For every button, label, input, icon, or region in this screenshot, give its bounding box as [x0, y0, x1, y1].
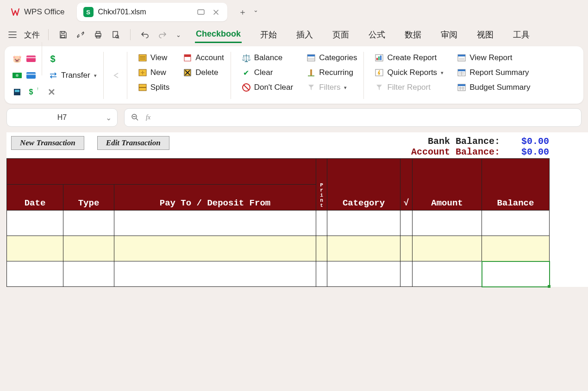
tab-start[interactable]: 开始: [259, 26, 278, 43]
delete-button[interactable]: Delete: [181, 67, 225, 79]
account-balance-label: Account Balance:: [411, 147, 500, 157]
ribbon-group-misc: 🐷 $ Transfer $↑ ✕: [11, 52, 104, 99]
more-dropdown-icon[interactable]: ⌄: [174, 30, 183, 40]
account-button[interactable]: Account: [181, 52, 225, 64]
card-pink-icon[interactable]: [26, 54, 36, 64]
document-filename: Chkxl701.xlsm: [98, 8, 191, 16]
preview-icon[interactable]: [110, 29, 122, 41]
balance-icon: ⚖️: [241, 53, 251, 63]
svg-rect-23: [310, 69, 312, 76]
new-transaction-button[interactable]: New Transaction: [11, 136, 84, 150]
piggybank-icon[interactable]: 🐷: [12, 54, 22, 64]
tab-insert[interactable]: 插入: [295, 26, 314, 43]
table-row[interactable]: [7, 236, 550, 261]
splits-button[interactable]: Splits: [136, 81, 172, 93]
new-tab-button[interactable]: ＋: [238, 6, 247, 18]
header-check: √: [400, 159, 413, 211]
print-icon[interactable]: [92, 29, 104, 41]
tab-checkbook[interactable]: Checkbook: [195, 26, 242, 43]
budget-summary-button[interactable]: Budget Summary: [455, 81, 532, 93]
create-report-button[interactable]: Create Report: [372, 52, 445, 64]
dollar-up-icon[interactable]: $↑: [26, 87, 36, 97]
clear-icon: ✔: [241, 68, 251, 78]
tab-data[interactable]: 数据: [404, 26, 422, 43]
new-button[interactable]: New: [136, 67, 172, 79]
svg-rect-34: [458, 84, 465, 86]
cash-icon[interactable]: [12, 70, 22, 81]
summary-icon: [457, 68, 467, 78]
svg-rect-4: [113, 31, 118, 37]
quick-icon: [374, 68, 384, 78]
file-menu[interactable]: 文件: [24, 30, 40, 40]
ribbon-group-reports: Create Report Quick Reports Filter Repor…: [368, 52, 537, 99]
svg-rect-10: [26, 72, 36, 79]
table-row[interactable]: [7, 211, 550, 236]
tab-dropdown-icon[interactable]: ⌄: [253, 6, 258, 18]
dontclear-button[interactable]: Don't Clear: [239, 81, 295, 93]
app-tab[interactable]: WPS Office: [4, 4, 71, 20]
filters-button[interactable]: Filters: [304, 81, 359, 93]
view-report-button[interactable]: View Report: [455, 52, 532, 64]
card-blue-icon[interactable]: [26, 70, 36, 81]
hamburger-icon[interactable]: [6, 30, 19, 40]
svg-rect-13: [15, 90, 19, 92]
ribbon-group-transaction: View New Splits Account Delete: [131, 52, 231, 99]
nav-back-icon[interactable]: [112, 70, 122, 81]
new-tab-controls: ＋ ⌄: [238, 6, 258, 18]
recurring-button[interactable]: Recurring: [304, 67, 359, 79]
budget-icon: [457, 82, 467, 93]
close-x-icon[interactable]: ✕: [46, 87, 56, 97]
ribbon-group-balance: ⚖️Balance ✔Clear Don't Clear Categories …: [235, 52, 364, 99]
spreadsheet-area: New Transaction Edit Transaction Bank Ba…: [6, 132, 588, 287]
fx-label: fx: [146, 114, 150, 121]
tab-close-icon[interactable]: [211, 8, 221, 16]
clear-button[interactable]: ✔Clear: [239, 67, 295, 79]
svg-rect-2: [96, 31, 100, 33]
namebox-dropdown-icon[interactable]: ⌄: [106, 113, 112, 122]
redo-icon[interactable]: [156, 29, 169, 40]
header-payto: Pay To / Deposit From: [114, 185, 316, 211]
cell-reference: H7: [57, 113, 67, 122]
filter-icon: [306, 82, 316, 93]
selected-cell[interactable]: [482, 261, 550, 287]
dontclear-icon: [241, 82, 251, 93]
formula-input[interactable]: fx: [124, 108, 582, 127]
tab-window-icon[interactable]: [195, 8, 206, 16]
tab-formula[interactable]: 公式: [368, 26, 386, 43]
view-button[interactable]: View: [136, 52, 172, 64]
dollar-icon[interactable]: $: [48, 54, 58, 64]
spreadsheet-icon: S: [83, 7, 94, 17]
tab-tools[interactable]: 工具: [512, 26, 531, 43]
undo-icon[interactable]: [139, 29, 151, 40]
transfer-icon: [48, 70, 58, 81]
save-icon[interactable]: [57, 29, 69, 41]
report-summary-button[interactable]: Report Summary: [455, 67, 532, 79]
document-tab[interactable]: S Chkxl701.xlsm: [77, 3, 227, 21]
svg-rect-32: [458, 69, 465, 71]
categories-button[interactable]: Categories: [304, 52, 359, 64]
quick-reports-button[interactable]: Quick Reports: [372, 67, 445, 79]
menubar: 文件 ⌄ Checkbook 开始 插入 页面 公式 数据 审阅 视图 工具: [0, 24, 588, 45]
transfer-button[interactable]: Transfer: [46, 69, 99, 81]
ribbon-group-nav: [107, 52, 127, 99]
filter-report-button[interactable]: Filter Report: [372, 81, 445, 93]
report-icon: [457, 53, 467, 63]
edit-transaction-button[interactable]: Edit Transaction: [97, 136, 169, 150]
svg-rect-30: [458, 55, 465, 56]
header-amount: Amount: [413, 159, 482, 211]
zoom-out-icon[interactable]: [131, 113, 139, 122]
transfer-label: Transfer: [61, 71, 90, 80]
atm-icon[interactable]: [12, 87, 22, 97]
link-icon[interactable]: [75, 29, 87, 41]
tab-page[interactable]: 页面: [332, 26, 350, 43]
svg-point-9: [16, 74, 19, 77]
new-icon: [138, 68, 148, 78]
tab-review[interactable]: 审阅: [440, 26, 458, 43]
name-box[interactable]: H7 ⌄: [6, 108, 118, 127]
balance-button[interactable]: ⚖️Balance: [239, 52, 295, 64]
table-row[interactable]: [7, 261, 550, 287]
tab-view[interactable]: 视图: [476, 26, 494, 43]
chart-icon: [374, 53, 384, 63]
splits-icon: [138, 82, 148, 93]
wps-logo-icon: [10, 7, 20, 17]
